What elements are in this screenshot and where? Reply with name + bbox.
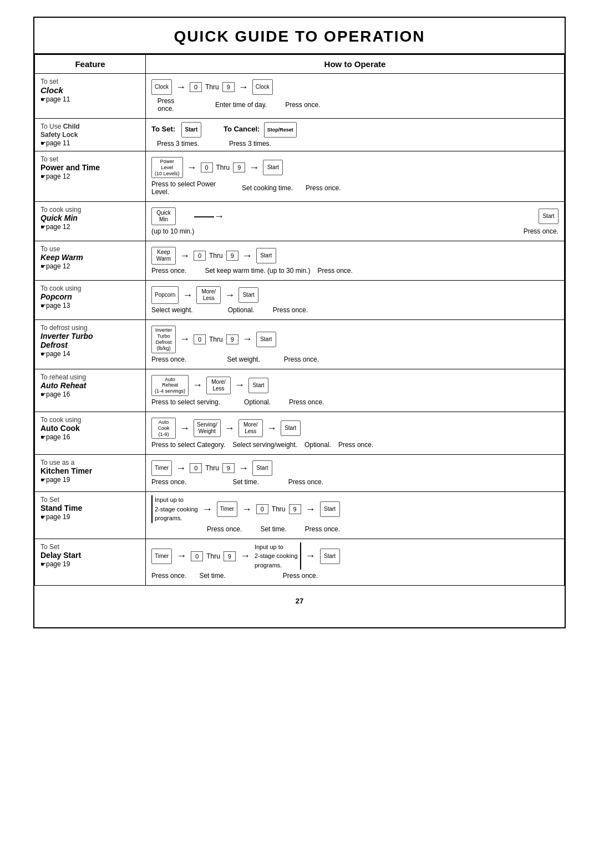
thru-group: 0 Thru 9 [194, 334, 238, 344]
how-cell-kitchentimer: Timer → 0 Thru 9 → Start Press once. Set… [146, 455, 565, 492]
standtime-steps-row2: Press once. Set time. Press once. [207, 525, 559, 533]
power-level-button[interactable]: PowerLevel(10 Levels) [151, 157, 183, 178]
num-9: 9 [226, 334, 238, 344]
press-once-label-2: Press once. [288, 478, 323, 486]
kitchentimer-steps-row1: Timer → 0 Thru 9 → Start [151, 460, 559, 476]
start-button[interactable]: Start [252, 460, 272, 476]
press-once-label: Press once. [338, 441, 373, 449]
arrow: → [242, 250, 252, 262]
table-row: To use Keep Warm ☛page 12 KeepWarm → 0 T… [35, 241, 565, 281]
press-once-label-2: Press once. [283, 572, 318, 580]
num-9: 9 [224, 551, 236, 561]
page-number: 27 [34, 597, 565, 605]
inverter-button[interactable]: InverterTurboDefrost(lb/kg) [151, 326, 176, 353]
press-once-label: Press once. [151, 356, 186, 363]
arrow: → [187, 162, 197, 174]
press-once-label-2: Press once. [317, 267, 352, 275]
how-cell-inverter: InverterTurboDefrost(lb/kg) → 0 Thru 9 →… [146, 320, 565, 369]
start-button[interactable]: Start [320, 549, 340, 564]
feature-label-keepwarm: Keep Warm [40, 253, 83, 262]
set-cooking-time-label: Set cooking time. [242, 184, 293, 192]
feature-label-autoreheat: Auto Reheat [40, 381, 86, 390]
stop-reset-button[interactable]: Stop/Reset [264, 122, 297, 138]
press-once-label: Press once. [151, 572, 186, 580]
clock-button-2[interactable]: Clock [252, 79, 273, 95]
popcorn-button[interactable]: Popcorn [151, 286, 179, 304]
start-button[interactable]: Start [181, 122, 201, 138]
arrow: → [267, 423, 277, 434]
page-container: QUICK GUIDE TO OPERATION Feature How to … [33, 17, 566, 628]
enter-time-label: Enter time of day. [215, 101, 267, 109]
num-9: 9 [222, 463, 235, 473]
timer-button-3[interactable]: Timer [151, 549, 172, 564]
timer-button[interactable]: Timer [151, 460, 172, 476]
num-0: 0 [190, 82, 202, 92]
arrow: → [225, 290, 235, 301]
arrow: → [306, 504, 316, 515]
timer-button-2[interactable]: Timer [217, 501, 237, 517]
press-once-label: Press once. [524, 227, 559, 235]
how-cell-autoreheat: AutoReheat(1-4 servings) → More/Less → S… [146, 369, 565, 412]
feature-label-delaystart: Delay Start [40, 551, 81, 560]
thru-label: Thru [209, 336, 223, 343]
feature-label-kitchentimer: Kitchen Timer [40, 466, 92, 475]
arrow: → [242, 333, 252, 345]
clock-steps-row1: Clock → 0 Thru 9 → Clock [151, 79, 559, 95]
arrow: → [306, 550, 316, 562]
table-row: To defrost using Inverter TurboDefrost ☛… [35, 320, 565, 369]
table-row: To set Power and Time ☛page 12 PowerLeve… [35, 151, 565, 202]
arrow: → [180, 333, 190, 345]
arrow: → [176, 550, 186, 562]
clock-button[interactable]: Clock [151, 79, 172, 95]
auto-reheat-button[interactable]: AutoReheat(1-4 servings) [151, 375, 189, 396]
arrow: → [238, 463, 248, 474]
header-feature: Feature [35, 55, 146, 74]
select-serving-weight-label: Select serving/weight. [232, 441, 297, 449]
arrow: → [240, 550, 250, 562]
start-button[interactable]: Start [238, 287, 258, 303]
arrow: → [235, 379, 245, 391]
feature-cell-child: To Use ChildSafety Lock ☛page 11 [35, 119, 146, 151]
auto-cook-button[interactable]: AutoCook(1-9) [151, 418, 176, 439]
keep-warm-button[interactable]: KeepWarm [151, 247, 176, 265]
more-less-button[interactable]: More/Less [196, 286, 221, 304]
feature-cell-clock: To set Clock ☛page 11 [35, 74, 146, 119]
quick-min-button[interactable]: QuickMin [151, 207, 176, 225]
arrow: → [225, 423, 235, 434]
start-button[interactable]: Start [539, 209, 559, 224]
more-less-button-3[interactable]: More/Less [238, 419, 263, 437]
arrow: → [180, 250, 190, 262]
quickmin-steps-row2: (up to 10 min.) Press once. [151, 227, 559, 235]
serving-weight-button[interactable]: Serving/Weight [194, 419, 221, 437]
how-cell-delaystart: Timer → 0 Thru 9 → Input up to2-stage co… [146, 539, 565, 586]
clock-steps-row2: Press once. Enter time of day. Press onc… [151, 97, 559, 113]
press-3-times-label-2: Press 3 times. [229, 140, 297, 148]
table-row: To reheat using Auto Reheat ☛page 16 Aut… [35, 369, 565, 412]
press-select-serving-label: Press to select serving. [151, 398, 220, 406]
feature-label-power: Power and Time [40, 163, 100, 172]
table-header-row: Feature How to Operate [35, 55, 565, 74]
feature-label-popcorn: Popcorn [40, 292, 72, 301]
num-9: 9 [222, 82, 235, 92]
how-cell-child: To Set: Start Press 3 times. To Cancel: … [146, 119, 565, 151]
thru-group: 0 Thru 9 [191, 551, 236, 561]
thru-group: 0 Thru 9 [201, 163, 246, 172]
delaystart-steps-row2: Press once. Set time. Press once. [151, 572, 559, 580]
kitchentimer-steps-row2: Press once. Set time. Press once. [151, 478, 559, 486]
thru-group: 0 Thru 9 [190, 463, 235, 473]
num-0: 0 [256, 504, 268, 514]
more-less-button-2[interactable]: More/Less [206, 377, 231, 394]
how-cell-quickmin: QuickMin ——→ Start (up to 10 min.) Press… [146, 202, 565, 241]
thru-label: Thru [205, 464, 219, 472]
start-button[interactable]: Start [256, 332, 276, 347]
optional-label: Optional. [304, 441, 331, 449]
start-button[interactable]: Start [256, 248, 276, 263]
start-button[interactable]: Start [281, 420, 301, 436]
start-button[interactable]: Start [248, 378, 268, 393]
feature-cell-popcorn: To cook using Popcorn ☛page 13 [35, 281, 146, 320]
start-button[interactable]: Start [263, 160, 283, 175]
num-0: 0 [190, 463, 202, 473]
page-title: QUICK GUIDE TO OPERATION [34, 18, 565, 54]
start-button[interactable]: Start [320, 501, 340, 517]
header-how: How to Operate [146, 55, 565, 74]
